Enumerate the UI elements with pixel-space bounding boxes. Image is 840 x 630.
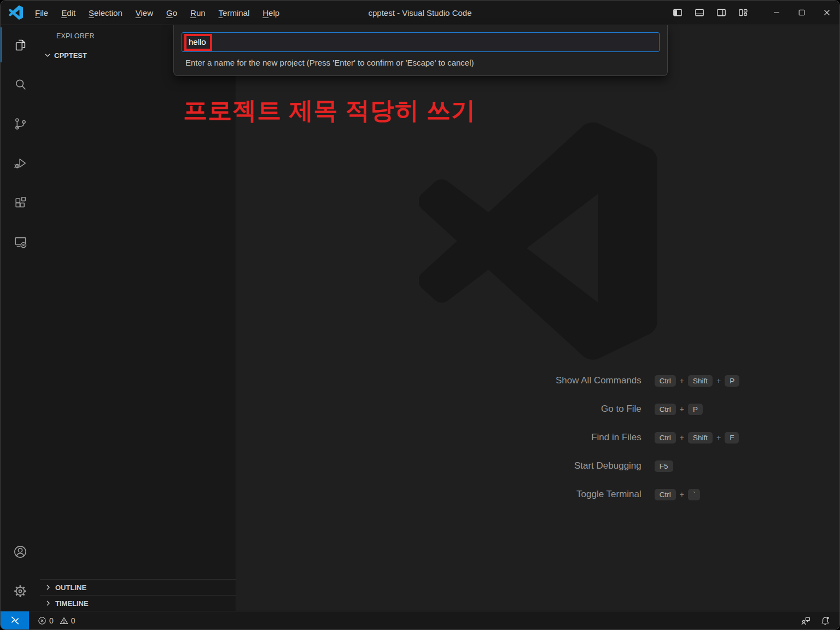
menu-label-rest: erminal (223, 8, 249, 18)
menu-mnemonic: G (166, 8, 173, 18)
quick-input-widget: hello Enter a name for the new project (… (173, 25, 668, 76)
plus-separator: + (680, 490, 684, 499)
titlebar: FileEditSelectionViewGoRunTerminalHelp c… (1, 1, 839, 25)
close-icon (821, 7, 832, 18)
chevron-right-icon (45, 600, 51, 606)
shortcut-keys: Ctrl+Shift+F (655, 432, 739, 444)
menu-terminal[interactable]: Terminal (212, 6, 256, 20)
menu-mnemonic: V (136, 8, 141, 18)
activity-bar-item-remote-explorer[interactable] (1, 222, 40, 261)
key-shift: Shift (688, 375, 713, 387)
vscode-window: FileEditSelectionViewGoRunTerminalHelp c… (0, 0, 840, 630)
window-title: cpptest - Visual Studio Code (368, 1, 471, 25)
remote-indicator-button[interactable] (1, 611, 29, 629)
shortcut-keys: Ctrl+Shift+P (655, 375, 739, 387)
status-bar-right (797, 611, 839, 629)
menu-label-rest: elp (269, 8, 279, 18)
customize-layout-button[interactable] (734, 4, 752, 21)
outline-section-header[interactable]: OUTLINE (40, 579, 236, 595)
settings-gear-icon (13, 584, 28, 599)
menu-mnemonic: H (262, 8, 269, 18)
watermark-shortcut-row[interactable]: Toggle TerminalCtrl+` (336, 480, 739, 509)
toggle-panel-button[interactable] (691, 4, 708, 21)
minimize-icon (771, 7, 782, 18)
timeline-section-header[interactable]: TIMELINE (40, 595, 236, 611)
menu-run[interactable]: Run (184, 6, 212, 20)
activity-bar-item-account[interactable] (1, 532, 40, 571)
menu-mnemonic: S (89, 8, 94, 18)
quick-input-prompt: Enter a name for the new project (Press … (182, 58, 660, 67)
annotation-text: 프로젝트 제목 적당히 쓰기 (183, 95, 476, 127)
key-p: P (725, 375, 739, 387)
files-icon (13, 38, 28, 52)
menu-go[interactable]: Go (160, 6, 184, 20)
watermark-shortcut-row[interactable]: Show All CommandsCtrl+Shift+P (336, 366, 739, 395)
menu-help[interactable]: Help (256, 6, 286, 20)
key-`: ` (688, 489, 701, 500)
menu-mnemonic: E (61, 8, 67, 18)
menu-mnemonic: R (190, 8, 196, 18)
sidebar-empty-space (40, 62, 236, 579)
key-ctrl: Ctrl (655, 404, 676, 415)
source-control-icon (13, 116, 28, 131)
toggle-primary-sidebar-button[interactable] (669, 4, 686, 21)
key-p: P (688, 404, 703, 415)
feedback-button[interactable] (797, 611, 814, 629)
menu-label-rest: iew (141, 8, 154, 18)
menu-label-rest: un (196, 8, 206, 18)
key-ctrl: Ctrl (655, 375, 676, 387)
warning-icon (60, 616, 68, 625)
menu-view[interactable]: View (129, 6, 160, 20)
plus-separator: + (680, 405, 684, 413)
plus-separator: + (716, 433, 721, 442)
shortcut-label: Show All Commands (336, 375, 641, 386)
annotation-red-box: hello (184, 34, 212, 51)
key-f: F (725, 432, 739, 444)
activity-bar-item-explorer[interactable] (1, 25, 40, 65)
menu-selection[interactable]: Selection (82, 6, 129, 20)
notifications-bell-button[interactable] (816, 611, 834, 629)
extensions-icon (13, 195, 28, 210)
toggle-secondary-sidebar-icon (716, 7, 727, 18)
toggle-primary-sidebar-icon (672, 7, 683, 18)
feedback-icon (801, 616, 810, 626)
error-icon (38, 616, 46, 625)
warning-count: 0 (71, 616, 75, 625)
activity-bar-item-run-and-debug[interactable] (1, 143, 40, 183)
activity-bar-item-source-control[interactable] (1, 104, 40, 143)
activity-bar-item-extensions[interactable] (1, 183, 40, 222)
menubar: FileEditSelectionViewGoRunTerminalHelp (28, 1, 286, 25)
activity-bar-item-settings[interactable] (1, 571, 40, 611)
minimize-button[interactable] (764, 1, 789, 25)
shortcut-keys: Ctrl+` (655, 489, 701, 500)
shortcut-label: Find in Files (336, 432, 641, 443)
menu-mnemonic: F (35, 8, 40, 18)
search-icon (13, 77, 28, 92)
watermark-shortcuts: Show All CommandsCtrl+Shift+PGo to FileC… (336, 366, 739, 509)
menu-label-rest: dit (67, 8, 75, 18)
toggle-secondary-sidebar-button[interactable] (713, 4, 730, 21)
watermark-shortcut-row[interactable]: Find in FilesCtrl+Shift+F (336, 423, 739, 452)
menu-edit[interactable]: Edit (55, 6, 82, 20)
menu-file[interactable]: File (28, 6, 55, 20)
activity-bar (1, 25, 40, 611)
project-name-input[interactable]: hello (182, 32, 660, 52)
problems-status-button[interactable]: 0 0 (35, 611, 81, 629)
activity-bar-item-search[interactable] (1, 65, 40, 104)
maximize-icon (796, 7, 807, 18)
shortcut-keys: F5 (655, 460, 673, 472)
outline-section-label: OUTLINE (55, 584, 86, 592)
watermark-shortcut-row[interactable]: Go to FileCtrl+P (336, 395, 739, 423)
vscode-watermark-logo (419, 122, 657, 361)
close-button[interactable] (814, 1, 839, 25)
maximize-button[interactable] (789, 1, 814, 25)
error-count: 0 (49, 616, 54, 625)
titlebar-controls (669, 1, 839, 25)
folder-name: CPPTEST (54, 51, 87, 60)
menu-label-rest: o (173, 8, 177, 18)
account-icon (13, 544, 28, 559)
shortcut-label: Start Debugging (336, 460, 641, 471)
plus-separator: + (680, 376, 684, 385)
menu-label-rest: ile (40, 8, 48, 18)
watermark-shortcut-row[interactable]: Start DebuggingF5 (336, 452, 739, 480)
